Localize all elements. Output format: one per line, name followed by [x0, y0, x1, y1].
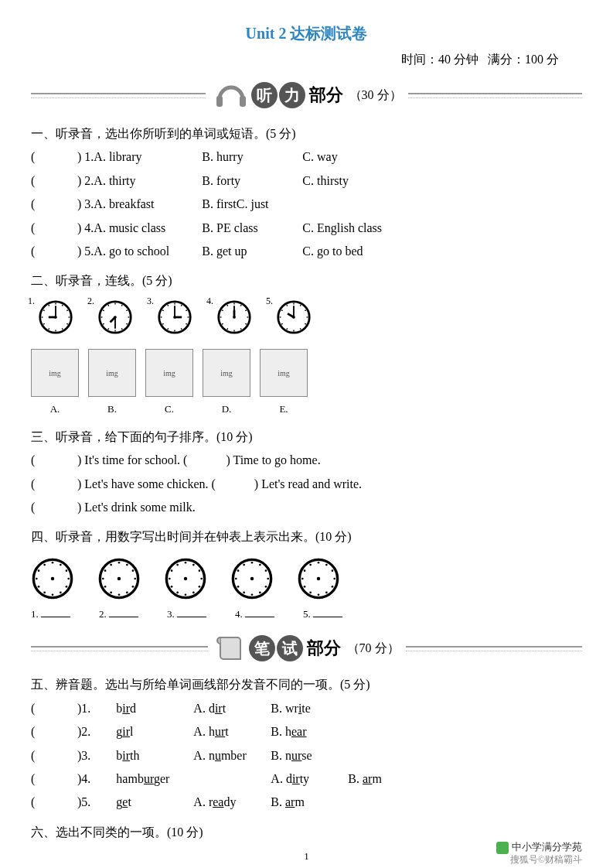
svg-point-94 — [38, 569, 40, 572]
blank-clock-icon[interactable] — [164, 557, 207, 600]
svg-line-27 — [108, 328, 109, 330]
q5-option-b: B. write — [271, 697, 348, 720]
svg-point-113 — [192, 563, 195, 566]
svg-point-101 — [134, 577, 136, 579]
svg-point-131 — [259, 591, 261, 593]
svg-point-91 — [43, 591, 46, 593]
clock-item: 4. — [209, 299, 252, 343]
blank-clock-row — [31, 557, 582, 600]
svg-point-132 — [251, 593, 254, 596]
svg-point-150 — [304, 569, 306, 572]
svg-point-90 — [52, 593, 54, 596]
q5-row: () 4.hamburgerA. dirtyB. arm — [31, 767, 582, 791]
blank-clock-icon[interactable] — [31, 557, 74, 600]
svg-line-54 — [245, 310, 247, 311]
question-1: 一、听录音，选出你所听到的单词或短语。(5 分) () 1. A. librar… — [31, 122, 582, 263]
picture-row: imgA.imgB.imgC.imgD.imgE. — [31, 349, 582, 419]
svg-line-60 — [222, 323, 223, 324]
svg-line-59 — [227, 328, 228, 330]
svg-point-111 — [184, 577, 187, 580]
answer-blank[interactable]: ( — [31, 720, 77, 743]
answer-blank[interactable]: ( — [31, 697, 77, 720]
question-4: 四、听录音，用数字写出时间并在钟表上表示出来。(10 分) 1. 2. 3. 4… — [31, 525, 582, 624]
time-blank[interactable]: 1. — [31, 605, 91, 624]
divider-right-2 — [406, 646, 583, 651]
clock-label: 3. — [147, 296, 154, 306]
answer-blank[interactable]: ( — [31, 193, 77, 216]
clock-label: 2. — [87, 296, 94, 306]
svg-point-135 — [235, 577, 237, 579]
time-blank[interactable]: 5. — [303, 605, 363, 624]
svg-line-9 — [62, 328, 63, 330]
svg-point-118 — [185, 593, 187, 596]
q5-row: () 2.girlA. hurtB. hear — [31, 720, 582, 743]
svg-point-122 — [171, 569, 173, 572]
time-text: 时间：40 分钟 — [401, 53, 478, 66]
answer-blank[interactable]: ( — [31, 240, 77, 263]
picture-label: B. — [88, 400, 136, 419]
q5-option-a: A. dirty — [271, 767, 348, 791]
svg-line-8 — [66, 323, 68, 324]
answer-blank[interactable]: ( — [31, 767, 77, 791]
time-blank[interactable]: 2. — [99, 605, 159, 624]
answer-blank[interactable]: ( — [31, 449, 77, 472]
blank-clock-icon[interactable] — [97, 557, 141, 600]
clock-item: 5. — [269, 299, 312, 343]
svg-line-31 — [108, 305, 109, 306]
clock-icon — [157, 324, 192, 337]
time-blank[interactable]: 4. — [235, 605, 295, 624]
picture-item: imgB. — [88, 349, 136, 419]
time-blank[interactable]: 3. — [167, 605, 227, 624]
svg-point-146 — [318, 593, 320, 596]
svg-point-130 — [265, 586, 267, 588]
clock-icon — [276, 324, 312, 337]
svg-line-69 — [300, 305, 301, 306]
clock-icon — [38, 324, 73, 337]
clock-label: 1. — [28, 296, 35, 306]
answer-blank[interactable]: ( — [31, 169, 77, 193]
svg-line-5 — [62, 305, 63, 306]
question-5: 五、辨音题。选出与所给单词画线部分发音不同的一项。(5 分) () 1.bird… — [31, 673, 582, 814]
svg-line-75 — [287, 328, 288, 330]
q5-num: 1. — [81, 697, 116, 720]
q5-option-b: B. arm — [271, 791, 348, 814]
q5-num: 3. — [81, 744, 116, 767]
q5-word: hamburger — [116, 767, 271, 791]
svg-point-133 — [243, 591, 245, 593]
q5-num: 4. — [81, 767, 116, 791]
svg-line-43 — [168, 328, 169, 330]
svg-line-57 — [240, 328, 241, 330]
svg-point-103 — [126, 591, 128, 593]
q3-text: ) It's time for school. ( — [77, 453, 187, 466]
q5-option-a: A. number — [193, 744, 271, 767]
picture-placeholder: img — [260, 349, 308, 397]
clock-item: 1. — [31, 299, 73, 343]
q5-num: 2. — [81, 720, 116, 743]
exam-page: Unit 2 达标测试卷 时间：40 分钟 满分：100 分 听 力 部分 （3… — [0, 0, 613, 868]
picture-placeholder: img — [145, 349, 193, 397]
svg-point-86 — [66, 569, 68, 572]
answer-blank[interactable]: ( — [31, 744, 77, 767]
watermark-line1: 中小学满分学苑 — [512, 841, 582, 853]
svg-point-89 — [60, 591, 62, 593]
answer-blank[interactable]: ( — [31, 496, 77, 519]
svg-point-125 — [250, 577, 254, 580]
svg-line-14 — [43, 310, 45, 311]
answer-blank[interactable]: ( — [31, 791, 77, 814]
svg-line-40 — [186, 323, 187, 324]
answer-blank[interactable]: ( — [31, 145, 77, 169]
picture-placeholder: img — [203, 349, 250, 397]
svg-point-104 — [118, 593, 121, 596]
answer-blank[interactable]: ( — [31, 217, 77, 240]
svg-point-126 — [251, 562, 254, 564]
blank-clock-icon[interactable] — [230, 557, 274, 600]
svg-line-79 — [287, 305, 288, 306]
q1-row: () 3. A. breakfastB. firstC. just — [31, 193, 582, 216]
q3-row: () It's time for school. () Time to go h… — [31, 449, 582, 472]
svg-point-151 — [309, 563, 312, 566]
answer-blank[interactable]: ( — [31, 473, 77, 496]
q3-text: ) Let's read and write. — [254, 477, 362, 490]
blank-clock-icon[interactable] — [297, 557, 340, 600]
q5-option-b: B. hear — [271, 720, 348, 743]
clock-row: 1.2.3.4.5. — [31, 299, 582, 343]
